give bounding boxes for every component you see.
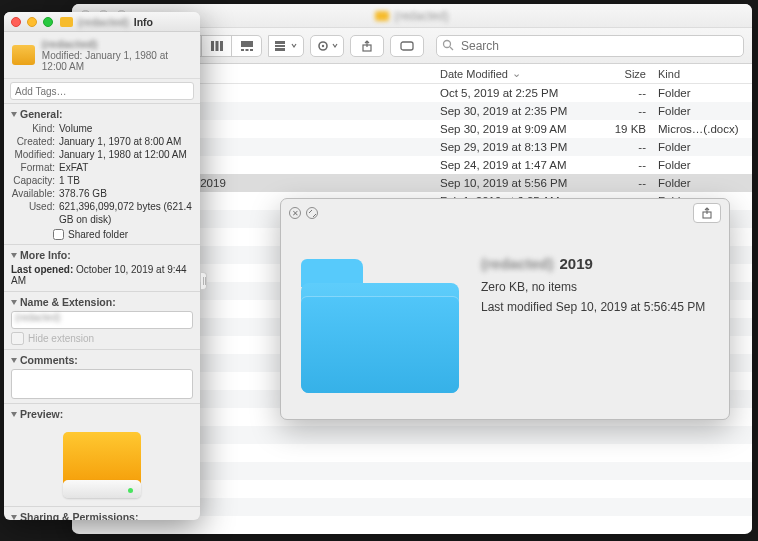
- kv-value: Volume: [59, 122, 193, 135]
- kv-value: January 1, 1970 at 8:00 AM: [59, 135, 193, 148]
- svg-rect-10: [241, 41, 253, 47]
- disclosure-moreinfo[interactable]: More Info:: [11, 249, 193, 261]
- kv-value: ExFAT: [59, 161, 193, 174]
- ql-title: (redacted)2019: [481, 255, 705, 272]
- shared-folder-label: Shared folder: [68, 229, 128, 240]
- ql-size: Zero KB, no items: [481, 280, 705, 294]
- disclosure-nameext[interactable]: Name & Extension:: [11, 296, 193, 308]
- drive-icon: [12, 45, 35, 65]
- tags-button[interactable]: [390, 35, 424, 57]
- action-button[interactable]: [310, 35, 344, 57]
- section-preview: Preview:: [4, 403, 200, 506]
- close-button[interactable]: [11, 17, 21, 27]
- file-size: --: [592, 105, 652, 117]
- svg-line-22: [450, 47, 453, 50]
- ql-modified: Last modified Sep 10, 2019 at 5:56:45 PM: [481, 300, 705, 314]
- file-size: --: [592, 87, 652, 99]
- info-title: (redacted)Info: [60, 16, 153, 28]
- file-size: --: [592, 159, 652, 171]
- svg-rect-12: [245, 49, 248, 51]
- sort-indicator: ⌄: [512, 67, 521, 80]
- file-date: Sep 24, 2019 at 1:47 AM: [434, 159, 592, 171]
- section-name-ext: Name & Extension: (redacted) Hide extens…: [4, 291, 200, 349]
- disclosure-preview[interactable]: Preview:: [11, 408, 193, 420]
- comments-input[interactable]: [11, 369, 193, 399]
- file-size: 19 KB: [592, 123, 652, 135]
- search-field[interactable]: [436, 35, 744, 57]
- file-size: --: [592, 141, 652, 153]
- search-input[interactable]: [436, 35, 744, 57]
- shared-folder-checkbox[interactable]: [53, 229, 64, 240]
- name-ext-input[interactable]: (redacted): [11, 311, 193, 329]
- svg-rect-14: [275, 41, 285, 44]
- svg-rect-8: [215, 41, 218, 51]
- finder-title: (redacted): [375, 9, 449, 23]
- kv-key: Modified:: [11, 148, 59, 161]
- ql-close-button[interactable]: ✕: [289, 207, 301, 219]
- col-kind[interactable]: Kind: [652, 68, 752, 80]
- kv-value: 378.76 GB: [59, 187, 193, 200]
- search-icon: [442, 39, 454, 51]
- column-view-button[interactable]: [202, 35, 232, 57]
- disclosure-general[interactable]: General:: [11, 108, 193, 120]
- svg-rect-15: [275, 45, 285, 47]
- hide-ext-checkbox: [11, 332, 24, 345]
- tags-input[interactable]: [10, 82, 194, 100]
- section-sharing: Sharing & Permissions: You have custom a…: [4, 506, 200, 520]
- file-kind: Folder: [652, 159, 752, 171]
- svg-rect-16: [275, 48, 285, 51]
- section-general: General: Kind:VolumeCreated:January 1, 1…: [4, 103, 200, 244]
- file-date: Sep 30, 2019 at 9:09 AM: [434, 123, 592, 135]
- kv-value: January 1, 1980 at 12:00 AM: [59, 148, 193, 161]
- preview-image: [11, 422, 193, 502]
- kv-key: Capacity:: [11, 174, 59, 187]
- minimize-button[interactable]: [27, 17, 37, 27]
- disclosure-sharing[interactable]: Sharing & Permissions:: [11, 511, 193, 520]
- ql-expand-button[interactable]: [306, 207, 318, 219]
- kv-key: Format:: [11, 161, 59, 174]
- kv-value: 1 TB: [59, 174, 193, 187]
- drive-icon: [60, 17, 73, 27]
- col-size[interactable]: Size: [592, 68, 652, 80]
- zoom-button[interactable]: [43, 17, 53, 27]
- svg-rect-9: [220, 41, 223, 51]
- ql-share-button[interactable]: [693, 203, 721, 223]
- folder-icon: [301, 253, 459, 393]
- kv-key: Available:: [11, 187, 59, 200]
- file-kind: Folder: [652, 105, 752, 117]
- file-kind: Folder: [652, 141, 752, 153]
- section-comments: Comments:: [4, 349, 200, 403]
- kv-key: Kind:: [11, 122, 59, 135]
- file-date: Oct 5, 2019 at 2:25 PM: [434, 87, 592, 99]
- file-kind: Folder: [652, 87, 752, 99]
- file-size: --: [592, 177, 652, 189]
- file-date: Sep 29, 2019 at 8:13 PM: [434, 141, 592, 153]
- file-kind: Folder: [652, 177, 752, 189]
- file-kind: Micros…(.docx): [652, 123, 752, 135]
- quicklook-window: ✕ (redacted)2019 Zero KB, no items Last …: [280, 198, 730, 420]
- info-header: (redacted)Modified: January 1, 1980 at 1…: [4, 32, 200, 79]
- file-date: Sep 10, 2019 at 5:56 PM: [434, 177, 592, 189]
- svg-rect-11: [241, 49, 244, 51]
- svg-rect-20: [401, 42, 413, 50]
- kv-key: Used:: [11, 200, 59, 226]
- svg-rect-13: [250, 49, 253, 51]
- share-button[interactable]: [350, 35, 384, 57]
- kv-value: 621,396,099,072 bytes (621.4 GB on disk): [59, 200, 193, 226]
- info-window: (redacted)Info (redacted)Modified: Janua…: [4, 12, 200, 520]
- svg-rect-7: [211, 41, 214, 51]
- svg-point-21: [444, 40, 451, 47]
- file-date: Sep 30, 2019 at 2:35 PM: [434, 105, 592, 117]
- info-titlebar[interactable]: (redacted)Info: [4, 12, 200, 32]
- svg-point-18: [321, 44, 323, 46]
- group-button[interactable]: [268, 35, 304, 57]
- gallery-view-button[interactable]: [232, 35, 262, 57]
- hide-ext-label: Hide extension: [28, 333, 94, 344]
- disclosure-comments[interactable]: Comments:: [11, 354, 193, 366]
- resize-handle[interactable]: [201, 272, 207, 290]
- col-date[interactable]: Date Modified⌄: [434, 67, 592, 80]
- section-more-info: More Info: Last opened: October 10, 2019…: [4, 244, 200, 291]
- kv-key: Created:: [11, 135, 59, 148]
